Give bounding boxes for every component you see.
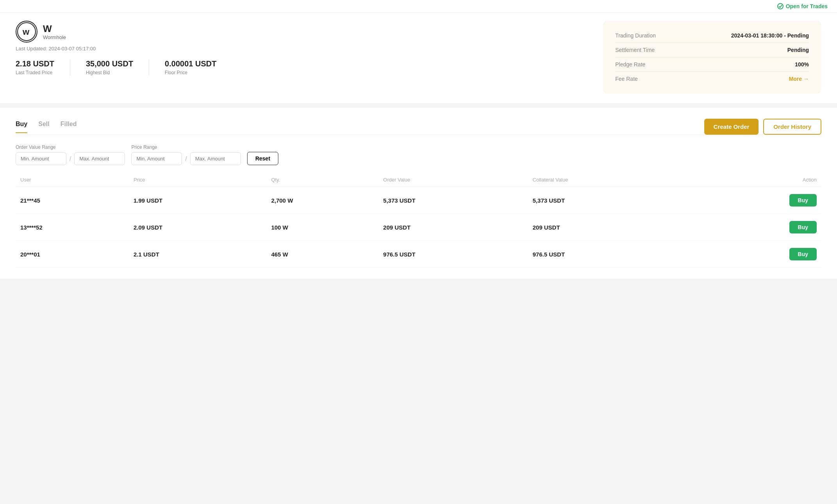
token-full-name: Wormhole [43,34,66,40]
table-row: 20***01 2.1 USDT 465 W 976.5 USDT 976.5 … [16,241,821,268]
reset-button[interactable]: Reset [247,152,278,165]
token-info: w W Wormhole Last Updated: 2024-03-07 05… [16,21,590,75]
table-row: 13****52 2.09 USDT 100 W 209 USDT 209 US… [16,214,821,241]
buy-button[interactable]: Buy [789,194,817,207]
order-value-range-label: Order Value Range [16,144,125,150]
order-max-amount-input[interactable] [74,152,125,165]
last-traded-stat: 2.18 USDT Last Traded Price [16,59,70,75]
cell-action: Buy [689,241,821,268]
cell-action: Buy [689,214,821,241]
last-updated: Last Updated: 2024-03-07 05:17:00 [16,46,590,52]
tab-filled[interactable]: Filled [61,121,77,133]
cell-collateral-value: 5,373 USDT [528,187,689,214]
table-row: 21***45 1.99 USDT 2,700 W 5,373 USDT 5,3… [16,187,821,214]
order-history-button[interactable]: Order History [763,119,821,135]
fee-rate-more-link[interactable]: More → [789,76,809,82]
col-qty: Qty. [267,173,379,187]
order-value-filter-group: Order Value Range / [16,144,125,165]
order-table: User Price Qty. Order Value Collateral V… [16,173,821,268]
col-price: Price [129,173,267,187]
main-content: Buy Sell Filled Create Order Order Histo… [0,108,837,279]
cell-user: 21***45 [16,187,129,214]
trading-duration-row: Trading Duration 2024-03-01 18:30:00 - P… [615,28,809,43]
svg-text:w: w [22,27,30,37]
price-min-amount-input[interactable] [131,152,182,165]
price-range-label: Price Range [131,144,240,150]
tab-actions: Create Order Order History [704,119,821,135]
table-header-row: User Price Qty. Order Value Collateral V… [16,173,821,187]
fee-rate-row: Fee Rate More → [615,72,809,86]
cell-user: 20***01 [16,241,129,268]
last-traded-value: 2.18 USDT [16,59,54,68]
cell-collateral-value: 976.5 USDT [528,241,689,268]
svg-point-0 [778,4,783,9]
buy-button[interactable]: Buy [789,248,817,260]
price-stats: 2.18 USDT Last Traded Price 35,000 USDT … [16,59,590,75]
token-header: w W Wormhole [16,21,590,43]
col-order-value: Order Value [379,173,528,187]
highest-bid-value: 35,000 USDT [86,59,133,68]
cell-order-value: 5,373 USDT [379,187,528,214]
create-order-button[interactable]: Create Order [704,119,759,135]
top-bar: Open for Trades [0,0,837,13]
open-for-trades-status: Open for Trades [777,3,828,9]
cell-qty: 465 W [267,241,379,268]
col-collateral-value: Collateral Value [528,173,689,187]
fee-rate-label: Fee Rate [615,76,638,82]
cell-price: 1.99 USDT [129,187,267,214]
price-range-filter-group: Price Range / [131,144,240,165]
token-name-block: W Wormhole [43,23,66,40]
token-logo: w [16,21,37,43]
order-value-inputs: / [16,152,125,165]
token-logo-inner: w [17,22,36,41]
order-min-amount-input[interactable] [16,152,66,165]
last-traded-label: Last Traded Price [16,70,54,75]
price-range-separator: / [185,155,187,162]
pledge-rate-label: Pledge Rate [615,61,645,68]
token-symbol: W [43,23,66,34]
settlement-time-row: Settlement Time Pending [615,43,809,57]
trading-duration-value: 2024-03-01 18:30:00 - Pending [731,32,809,39]
price-max-amount-input[interactable] [190,152,241,165]
cell-price: 2.09 USDT [129,214,267,241]
col-action: Action [689,173,821,187]
cell-order-value: 209 USDT [379,214,528,241]
cell-order-value: 976.5 USDT [379,241,528,268]
settlement-time-label: Settlement Time [615,47,655,53]
floor-price-label: Floor Price [165,70,216,75]
cell-qty: 2,700 W [267,187,379,214]
price-range-inputs: / [131,152,240,165]
floor-price-value: 0.00001 USDT [165,59,216,68]
pledge-rate-row: Pledge Rate 100% [615,57,809,72]
settlement-time-value: Pending [787,47,809,53]
cell-qty: 100 W [267,214,379,241]
info-panel: Trading Duration 2024-03-01 18:30:00 - P… [603,21,821,94]
pledge-rate-value: 100% [795,61,809,68]
buy-button[interactable]: Buy [789,221,817,233]
order-tabs: Buy Sell Filled Create Order Order Histo… [16,119,821,135]
trading-duration-label: Trading Duration [615,32,656,39]
cell-action: Buy [689,187,821,214]
cell-user: 13****52 [16,214,129,241]
filters: Order Value Range / Price Range / Reset [16,144,821,165]
tab-sell[interactable]: Sell [38,121,49,133]
cell-collateral-value: 209 USDT [528,214,689,241]
highest-bid-label: Highest Bid [86,70,133,75]
floor-price-stat: 0.00001 USDT Floor Price [165,59,232,75]
tab-buy[interactable]: Buy [16,121,27,133]
cell-price: 2.1 USDT [129,241,267,268]
header-section: w W Wormhole Last Updated: 2024-03-07 05… [0,13,837,103]
highest-bid-stat: 35,000 USDT Highest Bid [86,59,149,75]
order-value-separator: / [69,155,71,162]
col-user: User [16,173,129,187]
